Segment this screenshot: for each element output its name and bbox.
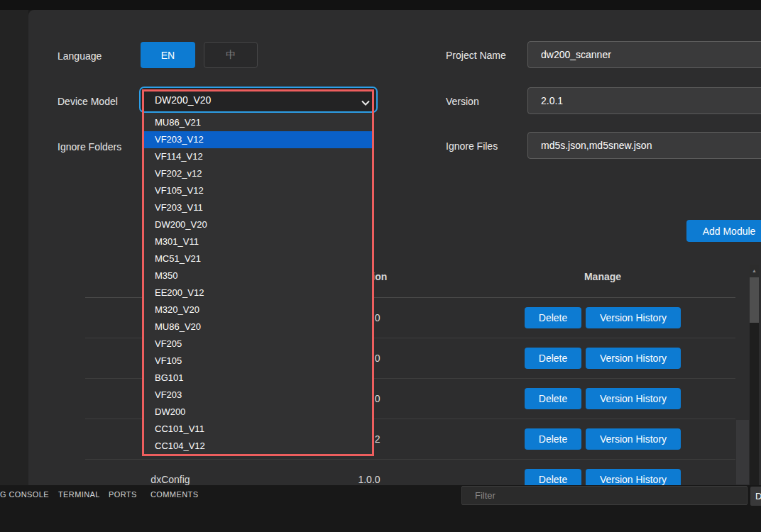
option-item[interactable]: VF114_V12 — [143, 148, 373, 165]
option-item[interactable]: BG101 — [143, 370, 373, 387]
tab-debug-console[interactable]: G CONSOLE — [0, 490, 49, 499]
delete-button[interactable]: Delete — [525, 469, 581, 485]
chevron-down-icon — [361, 96, 371, 109]
manage-column-header: Manage — [584, 271, 621, 282]
add-module-button[interactable]: Add Module — [686, 220, 761, 242]
option-item[interactable]: VF203_V11 — [143, 199, 373, 216]
device-model-label: Device Model — [58, 96, 118, 107]
option-item[interactable]: M350 — [143, 267, 373, 284]
option-item[interactable]: MC51_V21 — [143, 250, 373, 267]
version-history-button[interactable]: Version History — [586, 348, 681, 369]
version-history-button[interactable]: Version History — [586, 469, 681, 485]
table-scrollbar[interactable]: ▲ — [750, 265, 759, 485]
option-item[interactable]: CC104_V12 — [143, 438, 373, 455]
delete-button[interactable]: Delete — [525, 428, 581, 450]
delete-button[interactable]: Delete — [525, 348, 581, 369]
option-item[interactable]: M320_V20 — [143, 301, 373, 318]
ignore-files-input[interactable] — [527, 132, 761, 159]
option-item[interactable]: MU86_V20 — [143, 318, 373, 336]
tab-terminal[interactable]: TERMINAL — [58, 490, 100, 499]
option-item[interactable]: VF105 — [143, 353, 373, 370]
module-name: dxConfig — [150, 474, 190, 485]
option-item[interactable]: CC101_V11 — [143, 421, 373, 438]
device-model-option-list: MU86_V21 VF203_V12 VF114_V12 VF202_v12 V… — [143, 113, 373, 456]
language-zh-button[interactable]: 中 — [204, 42, 258, 68]
debug-button[interactable]: D — [750, 487, 761, 506]
scroll-up-arrow-icon[interactable]: ▲ — [750, 265, 759, 277]
device-model-selected-value: DW200_V20 — [155, 94, 211, 106]
option-item[interactable]: VF105_V12 — [143, 182, 373, 199]
tab-comments[interactable]: COMMENTS — [150, 490, 198, 499]
language-en-button[interactable]: EN — [141, 42, 195, 68]
outer-scrollbar-thumb[interactable] — [736, 420, 749, 484]
option-item[interactable]: DW200_V20 — [143, 216, 373, 233]
option-item[interactable]: DW200 — [143, 404, 373, 421]
option-item-highlighted[interactable]: VF203_V12 — [143, 131, 373, 148]
version-label: Version — [446, 96, 479, 107]
left-strip — [0, 10, 28, 485]
project-name-input[interactable] — [527, 41, 761, 68]
option-item[interactable]: VF203 — [143, 387, 373, 404]
option-item[interactable]: MU86_V21 — [143, 114, 373, 131]
tab-ports[interactable]: PORTS — [109, 490, 137, 499]
option-item[interactable]: VF205 — [143, 336, 373, 353]
project-name-label: Project Name — [446, 50, 506, 61]
language-label: Language — [58, 50, 102, 62]
filter-input[interactable] — [461, 486, 748, 505]
top-strip — [0, 0, 761, 10]
option-item[interactable]: M301_V11 — [143, 233, 373, 250]
module-version: 1.0.0 — [358, 474, 380, 485]
option-item[interactable]: EE200_V12 — [143, 284, 373, 301]
delete-button[interactable]: Delete — [525, 388, 581, 409]
table-row: dxConfig 1.0.0 Delete Version History — [85, 460, 735, 485]
delete-button[interactable]: Delete — [525, 307, 581, 328]
version-history-button[interactable]: Version History — [586, 428, 681, 450]
version-input[interactable] — [527, 87, 761, 114]
scrollbar-thumb[interactable] — [750, 277, 759, 323]
version-history-button[interactable]: Version History — [586, 307, 681, 328]
ignore-folders-label: Ignore Folders — [58, 141, 121, 153]
version-history-button[interactable]: Version History — [586, 388, 681, 409]
option-item[interactable]: VF202_v12 — [143, 165, 373, 182]
ignore-files-label: Ignore Files — [446, 140, 498, 152]
